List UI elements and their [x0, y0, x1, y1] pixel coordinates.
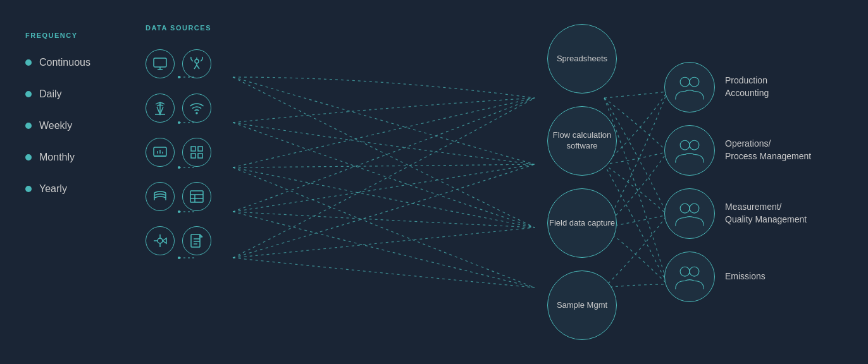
frequency-label: FREQUENCY	[25, 32, 120, 39]
monitor-icon	[152, 56, 168, 71]
sources-label: DATA SOURCES	[139, 24, 266, 32]
source-icon-table	[182, 182, 211, 211]
proc-node-spreadsheets: Spreadsheets	[547, 24, 617, 94]
svg-point-50	[690, 267, 699, 276]
wifi-icon	[189, 100, 204, 116]
output-icon-emissions	[664, 252, 715, 302]
freq-label-monthly: Monthly	[39, 152, 75, 163]
satellite-icon	[189, 56, 204, 71]
pipes-icon	[152, 189, 168, 204]
source-icon-satellite	[182, 49, 211, 78]
output-label-emissions: Emissions	[725, 270, 766, 283]
freq-label-yearly: Yearly	[39, 183, 67, 195]
freq-label-daily: Daily	[39, 88, 62, 100]
svg-point-44	[690, 77, 699, 87]
output-row-operations: Operations/Process Management	[664, 125, 867, 176]
svg-rect-0	[154, 58, 166, 67]
freq-dot-yearly	[25, 186, 32, 192]
freq-item-continuous: Continuous	[25, 57, 120, 68]
svg-rect-20	[190, 191, 203, 202]
source-icon-document	[182, 226, 211, 255]
tower-icon	[152, 100, 168, 116]
svg-point-48	[690, 203, 699, 213]
source-icon-gauge	[146, 138, 175, 167]
freq-item-weekly: Weekly	[25, 120, 120, 131]
document-icon	[189, 233, 204, 248]
freq-label-continuous: Continuous	[39, 57, 90, 68]
people-icon-operations	[673, 136, 706, 164]
main-container: FREQUENCY Continuous Daily Weekly Monthl…	[0, 0, 868, 364]
output-label-production: ProductionAccounting	[725, 75, 769, 99]
svg-rect-16	[191, 154, 195, 158]
svg-point-49	[680, 267, 690, 276]
output-icon-operations	[664, 125, 715, 176]
freq-item-daily: Daily	[25, 88, 120, 100]
freq-item-monthly: Monthly	[25, 152, 120, 163]
source-icon-pipes	[146, 182, 175, 211]
output-icon-measurement	[664, 188, 715, 239]
source-icon-tower	[146, 94, 175, 123]
svg-point-3	[195, 59, 199, 63]
freq-label-weekly: Weekly	[39, 120, 72, 131]
freq-dot-monthly	[25, 154, 32, 161]
svg-rect-14	[191, 147, 195, 151]
source-icon-monitor	[146, 49, 175, 78]
svg-rect-17	[198, 154, 202, 158]
people-icon-emissions	[673, 263, 706, 291]
output-icon-production	[664, 62, 715, 112]
svg-rect-15	[198, 147, 202, 151]
people-icon-production	[673, 73, 706, 101]
output-label-operations: Operations/Process Management	[725, 138, 811, 162]
output-panel: ProductionAccounting Operations/Process …	[664, 0, 867, 364]
source-row-5	[139, 226, 266, 255]
source-icon-pump	[146, 226, 175, 255]
grid-icon	[189, 145, 204, 160]
proc-node-field: Field data capture	[547, 188, 617, 258]
freq-item-yearly: Yearly	[25, 183, 120, 195]
source-row-3	[139, 138, 266, 167]
freq-dot-weekly	[25, 123, 32, 129]
sources-panel: DATA SOURCES	[133, 0, 272, 364]
freq-dot-continuous	[25, 59, 32, 66]
source-row-2	[139, 94, 266, 123]
frequency-panel: FREQUENCY Continuous Daily Weekly Monthl…	[0, 0, 133, 364]
freq-dot-daily	[25, 91, 32, 97]
svg-point-45	[680, 140, 690, 150]
table-icon	[189, 189, 204, 204]
svg-rect-28	[191, 234, 200, 247]
output-row-measurement: Measurement/Quality Management	[664, 188, 867, 239]
output-row-emissions: Emissions	[664, 252, 867, 302]
svg-point-43	[680, 77, 690, 87]
svg-point-47	[680, 203, 690, 213]
people-icon-measurement	[673, 200, 706, 228]
output-row-production: ProductionAccounting	[664, 62, 867, 112]
svg-point-8	[196, 112, 197, 114]
source-icon-wifi	[182, 94, 211, 123]
output-label-measurement: Measurement/Quality Management	[725, 201, 807, 226]
processing-panel: Spreadsheets Flow calculation software F…	[531, 0, 633, 364]
gauge-icon	[152, 145, 168, 160]
proc-node-flow: Flow calculation software	[547, 106, 617, 176]
source-icon-grid	[182, 138, 211, 167]
proc-node-sample: Sample Mgmt	[547, 270, 617, 340]
pump-icon	[152, 233, 168, 248]
source-row-1	[139, 49, 266, 78]
source-row-4	[139, 182, 266, 211]
svg-point-46	[690, 140, 699, 150]
